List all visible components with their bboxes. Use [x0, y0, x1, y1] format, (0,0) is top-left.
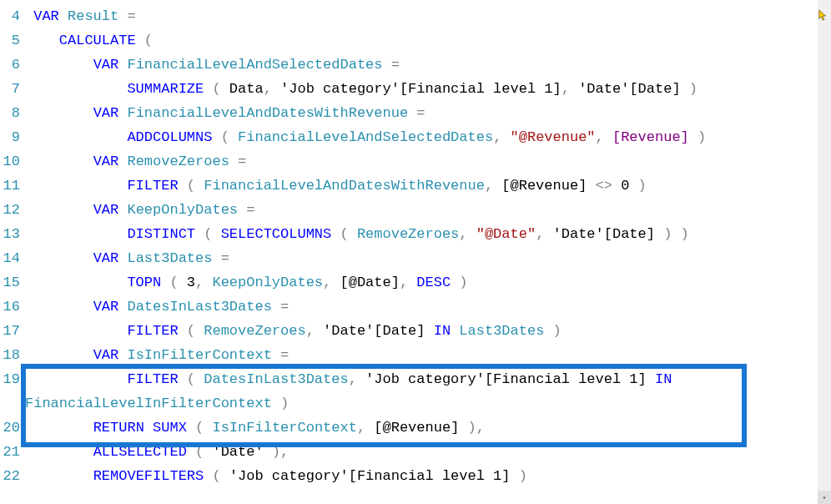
- line-content[interactable]: FILTER ( RemoveZeroes, 'Date'[Date] IN L…: [25, 319, 831, 343]
- code-token: VAR: [93, 202, 119, 218]
- code-token: VAR: [93, 347, 119, 363]
- scroll-down-button[interactable]: ▾: [818, 491, 831, 504]
- code-token: VAR: [93, 57, 119, 73]
- code-token: =: [118, 8, 135, 24]
- code-token: Last3Dates: [459, 323, 544, 339]
- code-line[interactable]: 14 VAR Last3Dates =: [0, 246, 831, 270]
- line-content[interactable]: VAR IsInFilterContext =: [25, 343, 831, 367]
- line-content[interactable]: VAR FinancialLevelAndSelectedDates =: [25, 53, 831, 77]
- code-line[interactable]: 12 VAR KeepOnlyDates =: [0, 198, 831, 222]
- code-token: RETURN: [93, 420, 144, 436]
- line-content[interactable]: CALCULATE (: [25, 28, 831, 53]
- code-line[interactable]: 21 ALLSELECTED ( 'Date' ),: [0, 440, 831, 464]
- line-number: 21: [0, 440, 25, 464]
- line-content[interactable]: FILTER ( DatesInLast3Dates, 'Job categor…: [25, 367, 831, 391]
- line-content[interactable]: RETURN SUMX ( IsInFilterContext, [@Reven…: [25, 416, 831, 440]
- code-token: DatesInLast3Dates: [127, 299, 271, 315]
- line-content[interactable]: FinancialLevelInFilterContext ): [25, 391, 831, 416]
- code-token: KeepOnlyDates: [212, 275, 323, 290]
- line-content[interactable]: ADDCOLUMNS ( FinancialLevelAndSelectedDa…: [25, 125, 831, 149]
- line-content[interactable]: VAR RemoveZeroes =: [25, 149, 831, 174]
- line-content[interactable]: VAR Result =: [25, 4, 831, 28]
- vertical-scrollbar[interactable]: ▾: [818, 0, 831, 504]
- code-line[interactable]: 18 VAR IsInFilterContext =: [0, 343, 831, 367]
- code-line[interactable]: 17 FILTER ( RemoveZeroes, 'Date'[Date] I…: [0, 319, 831, 343]
- code-token: FinancialLevelAndDatesWithRevenue: [127, 105, 408, 121]
- code-line[interactable]: 13 DISTINCT ( SELECTCOLUMNS ( RemoveZero…: [0, 222, 831, 246]
- code-token: [118, 154, 127, 169]
- code-line[interactable]: 19 FILTER ( DatesInLast3Dates, 'Job cate…: [0, 367, 831, 391]
- code-token: [59, 8, 68, 24]
- code-editor[interactable]: 3 VALUES ( 'Job category'[Financial leve…: [0, 0, 831, 504]
- code-line[interactable]: 11 FILTER ( FinancialLevelAndDatesWithRe…: [0, 174, 831, 198]
- code-line[interactable]: 6 VAR FinancialLevelAndSelectedDates =: [0, 53, 831, 77]
- code-token: [118, 299, 127, 315]
- code-token: (: [179, 323, 204, 339]
- code-token: ,: [476, 420, 485, 436]
- code-line[interactable]: 10 VAR RemoveZeroes =: [0, 149, 831, 174]
- code-token: ): [264, 444, 280, 460]
- line-number: 19: [0, 367, 25, 391]
- code-token: [@Revenue]: [374, 420, 459, 436]
- line-content[interactable]: SUMMARIZE ( Data, 'Job category'[Financi…: [25, 77, 831, 101]
- code-token: FILTER: [127, 323, 178, 339]
- line-content[interactable]: ALLSELECTED ( 'Date' ),: [25, 440, 831, 464]
- line-content[interactable]: TOPN ( 3, KeepOnlyDates, [@Date], DESC ): [25, 270, 831, 295]
- code-token: SUMMARIZE: [127, 81, 204, 97]
- code-token: =: [383, 57, 400, 73]
- code-token: =: [272, 299, 289, 315]
- code-token: (: [331, 226, 357, 242]
- code-token: Last3Dates: [127, 250, 212, 266]
- code-token: =: [238, 202, 254, 218]
- line-number: 5: [0, 28, 25, 53]
- line-content[interactable]: VAR Last3Dates =: [25, 246, 831, 270]
- code-line[interactable]: 20 RETURN SUMX ( IsInFilterContext, [@Re…: [0, 416, 831, 440]
- code-token: [451, 323, 459, 339]
- code-line[interactable]: 22 REMOVEFILTERS ( 'Job category'[Financ…: [0, 464, 831, 488]
- code-token: FinancialLevelAndDatesWithRevenue: [204, 178, 485, 194]
- code-token: ) ): [655, 226, 689, 242]
- code-token: (: [195, 226, 221, 242]
- code-token: ): [459, 420, 476, 436]
- code-token: FILTER: [127, 178, 178, 194]
- code-token: [25, 250, 93, 266]
- code-line[interactable]: 16 VAR DatesInLast3Dates =: [0, 295, 831, 319]
- code-line[interactable]: 7 SUMMARIZE ( Data, 'Job category'[Finan…: [0, 77, 831, 101]
- line-content[interactable]: VAR KeepOnlyDates =: [25, 198, 831, 222]
- line-content[interactable]: VAR DatesInLast3Dates =: [25, 295, 831, 319]
- code-token: 'Date': [323, 323, 374, 339]
- code-token: ): [681, 81, 698, 97]
- code-line[interactable]: 15 TOPN ( 3, KeepOnlyDates, [@Date], DES…: [0, 270, 831, 295]
- code-token: [647, 371, 655, 387]
- code-line[interactable]: 9 ADDCOLUMNS ( FinancialLevelAndSelected…: [0, 125, 831, 149]
- line-content[interactable]: FILTER ( FinancialLevelAndDatesWithReven…: [25, 174, 831, 198]
- line-number: 16: [0, 295, 25, 319]
- code-line[interactable]: 8 VAR FinancialLevelAndDatesWithRevenue …: [0, 101, 831, 125]
- code-token: TOPN: [127, 275, 161, 290]
- code-line[interactable]: FinancialLevelInFilterContext ): [0, 391, 831, 416]
- code-token: ): [544, 323, 561, 339]
- line-number: 13: [0, 222, 25, 246]
- code-token: ,: [493, 129, 510, 145]
- code-line[interactable]: 4 VAR Result =: [0, 4, 831, 28]
- code-token: [25, 129, 127, 145]
- code-token: [25, 444, 93, 460]
- code-token: "@Date": [476, 226, 536, 242]
- code-token: REMOVEFILTERS: [93, 468, 204, 484]
- code-line[interactable]: 5 CALCULATE (: [0, 28, 831, 53]
- line-content[interactable]: VAR FinancialLevelAndDatesWithRevenue =: [25, 101, 831, 125]
- line-number: 7: [0, 77, 25, 101]
- code-token: VAR: [93, 105, 119, 121]
- line-number: 20: [0, 416, 25, 440]
- code-token: ADDCOLUMNS: [127, 129, 212, 145]
- code-token: "@Revenue": [511, 129, 596, 145]
- code-token: 'Date': [578, 81, 629, 97]
- code-token: ,: [349, 371, 365, 387]
- code-token: [25, 299, 93, 315]
- code-token: ): [451, 275, 467, 290]
- code-token: ): [511, 468, 527, 484]
- line-content[interactable]: DISTINCT ( SELECTCOLUMNS ( RemoveZeroes,…: [25, 222, 831, 246]
- code-token: (: [204, 81, 229, 97]
- code-token: SELECTCOLUMNS: [221, 226, 332, 242]
- line-content[interactable]: REMOVEFILTERS ( 'Job category'[Financial…: [25, 464, 831, 488]
